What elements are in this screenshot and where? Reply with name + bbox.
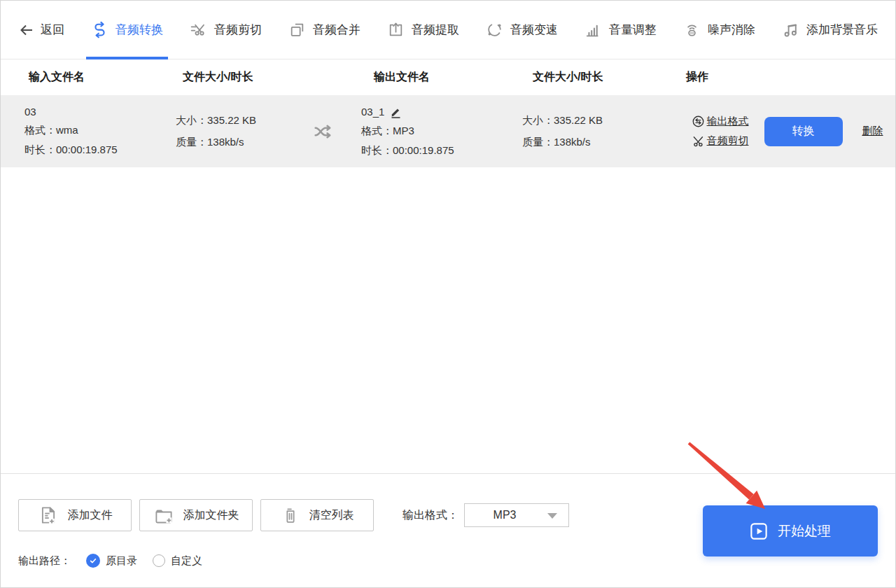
table-row: 03 格式：wma 时长：00:00:19.875 大小：335.22 KB 质…	[1, 95, 895, 167]
output-format-label: 输出格式：	[402, 508, 458, 523]
tab-label: 音频提取	[412, 22, 459, 38]
output-duration-label: 时长：	[361, 144, 393, 156]
play-icon	[750, 522, 768, 540]
add-bgm-icon	[782, 21, 799, 38]
app-window: { "colors": { "accent": "#3a78f0", "row_…	[0, 0, 896, 588]
audio-cut-icon	[190, 21, 207, 38]
output-path-label: 输出路径：	[18, 554, 71, 568]
output-format-value: MP3	[393, 125, 414, 136]
output-quality-label: 质量：	[522, 136, 554, 148]
volume-adjust-icon	[584, 21, 602, 38]
audio-speed-icon	[486, 21, 503, 38]
tab-label: 音频剪切	[214, 22, 262, 38]
output-size-label: 大小：	[522, 114, 554, 126]
audio-cut-link[interactable]: 音频剪切	[692, 134, 749, 148]
input-size-value: 335.22 KB	[207, 114, 256, 126]
bottom-panel: 添加文件 添加文件夹 清空列表 输出格式： MP3	[1, 473, 895, 587]
output-format-select[interactable]: MP3	[464, 503, 569, 527]
format-swap-icon	[692, 115, 704, 127]
add-folder-button[interactable]: 添加文件夹	[139, 499, 253, 531]
tab-add-bgm[interactable]: 添加背景音乐	[782, 1, 878, 59]
tab-audio-speed[interactable]: 音频变速	[486, 1, 558, 59]
tab-label: 添加背景音乐	[806, 22, 878, 38]
top-toolbar: 返回 音频转换 音频剪切 音频合并 音频提取	[1, 1, 895, 59]
input-size-label: 大小：	[176, 114, 207, 126]
file-plus-icon	[38, 505, 59, 526]
tab-label: 音量调整	[609, 22, 657, 38]
input-file-name: 03	[24, 106, 176, 118]
convert-button[interactable]: 转换	[764, 117, 843, 146]
radio-label: 原目录	[106, 554, 137, 568]
input-duration-label: 时长：	[24, 144, 56, 155]
table-header: 输入文件名 文件大小/时长 输出文件名 文件大小/时长 操作	[1, 59, 895, 95]
radio-label: 自定义	[171, 554, 202, 568]
radio-original-directory[interactable]: 原目录	[86, 554, 137, 568]
folder-plus-icon	[153, 505, 174, 526]
tab-label: 噪声消除	[708, 22, 755, 38]
output-duration-value: 00:00:19.875	[393, 144, 454, 156]
tab-audio-cut[interactable]: 音频剪切	[190, 1, 262, 59]
back-arrow-icon	[18, 22, 35, 38]
radio-custom-directory[interactable]: 自定义	[153, 554, 202, 568]
output-format-label: 格式：	[361, 125, 393, 136]
start-processing-button[interactable]: 开始处理	[703, 505, 878, 556]
tab-audio-merge[interactable]: 音频合并	[288, 1, 360, 59]
col-header-output-size: 文件大小/时长	[515, 70, 662, 85]
audio-merge-icon	[288, 21, 306, 38]
input-format-value: wma	[56, 124, 78, 136]
col-header-input-name: 输入文件名	[1, 70, 176, 85]
back-label: 返回	[41, 22, 64, 38]
shuffle-icon	[312, 120, 335, 143]
audio-extract-icon	[387, 21, 405, 38]
clear-list-button[interactable]: 清空列表	[260, 499, 374, 531]
delete-link[interactable]: 删除	[862, 125, 883, 138]
noise-removal-icon	[683, 21, 701, 38]
input-format-label: 格式：	[24, 124, 56, 136]
edit-pencil-icon[interactable]	[390, 106, 402, 118]
tab-audio-convert[interactable]: 音频转换	[91, 1, 163, 59]
input-quality-value: 138kb/s	[207, 136, 244, 148]
output-file-name: 03_1	[361, 106, 384, 118]
tab-label: 音频合并	[313, 22, 360, 38]
tab-audio-extract[interactable]: 音频提取	[387, 1, 459, 59]
col-header-input-size: 文件大小/时长	[176, 70, 312, 85]
input-quality-label: 质量：	[176, 136, 207, 148]
output-format-selected-value: MP3	[493, 509, 517, 522]
tab-label: 音频变速	[510, 22, 558, 38]
tab-volume-adjust[interactable]: 音量调整	[584, 1, 657, 59]
input-duration-value: 00:00:19.875	[56, 144, 118, 155]
output-size-value: 335.22 KB	[554, 114, 603, 126]
radio-unchecked-icon	[153, 554, 165, 567]
tab-label: 音频转换	[115, 22, 163, 38]
output-quality-value: 138kb/s	[554, 136, 591, 148]
tab-noise-removal[interactable]: 噪声消除	[683, 1, 755, 59]
chevron-down-icon	[547, 513, 557, 519]
col-header-actions: 操作	[662, 70, 895, 85]
back-button[interactable]: 返回	[18, 22, 64, 38]
file-list-empty-area	[1, 167, 895, 473]
trash-icon	[281, 505, 300, 525]
scissors-icon	[692, 135, 704, 147]
audio-convert-icon	[91, 21, 108, 38]
add-file-button[interactable]: 添加文件	[18, 499, 132, 531]
col-header-output-name: 输出文件名	[354, 70, 515, 85]
radio-checked-icon	[86, 554, 100, 568]
output-format-link[interactable]: 输出格式	[692, 115, 749, 128]
